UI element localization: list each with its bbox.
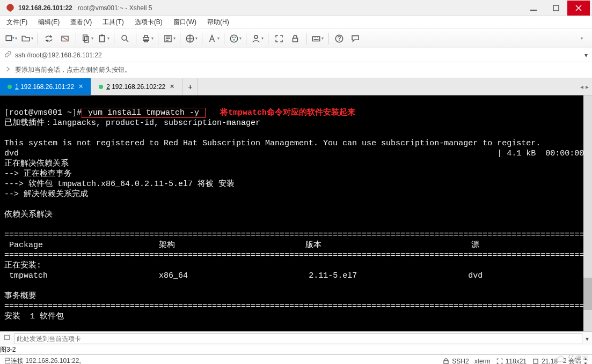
session-tab-2[interactable]: 2 192.168.26.102:22 ✕ (91, 78, 182, 95)
window-subtitle: root@vms001:~ - Xshell 5 (78, 4, 152, 12)
svg-rect-10 (144, 35, 148, 38)
menu-help[interactable]: 帮助(H) (205, 18, 231, 27)
maximize-button[interactable] (545, 1, 567, 16)
keyboard-button[interactable] (310, 31, 325, 46)
tab-index: 1 (15, 83, 19, 91)
col-src: 源 (471, 241, 479, 250)
send-icon[interactable] (3, 334, 11, 343)
paste-button[interactable] (96, 31, 111, 46)
tab-label: 192.168.26.102:22 (112, 83, 165, 91)
menu-tab[interactable]: 选项卡(B) (133, 18, 165, 27)
cell-src: dvd (468, 271, 483, 280)
address-bar: ssh://root@192.168.26.101:22 ▾ (0, 48, 592, 62)
disconnect-button[interactable] (57, 31, 72, 46)
annotation-text: 将tmpwatch命令对应的软件安装起来 (220, 108, 355, 117)
app-icon (5, 3, 15, 13)
tab-close-icon[interactable]: ✕ (170, 83, 174, 90)
toolbar (0, 29, 592, 48)
watermark: 亿速云 (553, 352, 589, 363)
tab-label: 192.168.26.101:22 (20, 83, 74, 91)
hint-text: 要添加当前会话，点击左侧的箭头按钮。 (15, 65, 131, 75)
menu-file[interactable]: 文件(F) (4, 18, 30, 27)
menu-bar: 文件(F) 编辑(E) 查看(V) 工具(T) 选项卡(B) 窗口(W) 帮助(… (0, 16, 592, 29)
properties-button[interactable] (162, 31, 177, 46)
term-rule: ========================================… (4, 231, 592, 240)
session-tabstrip: 1 192.168.26.101:22 ✕ 2 192.168.26.102:2… (0, 78, 592, 95)
col-ver: 版本 (305, 241, 321, 250)
menu-edit[interactable]: 编辑(E) (36, 18, 62, 27)
copy-button[interactable] (79, 31, 94, 46)
help-icon-button[interactable] (332, 31, 347, 46)
send-options-button[interactable]: ▾ (586, 335, 589, 343)
term-line: 事务概要 (4, 292, 36, 301)
cell-package: tmpwatch (4, 271, 48, 280)
svg-rect-24 (533, 359, 538, 363)
col-arch: 架构 (159, 241, 175, 250)
term-line: 正在安装: (4, 261, 41, 270)
menu-view[interactable]: 查看(V) (68, 18, 94, 27)
term-line: --> 正在检查事务 (4, 169, 72, 179)
session-tab-1[interactable]: 1 192.168.26.101:22 ✕ (0, 78, 91, 95)
svg-point-22 (339, 40, 340, 41)
title-bar: 192.168.26.101:22 root@vms001:~ - Xshell… (0, 0, 592, 16)
new-session-button[interactable] (3, 31, 18, 46)
address-dropdown[interactable]: ▾ (584, 51, 588, 59)
find-button[interactable] (118, 31, 133, 46)
globe-button[interactable] (184, 31, 199, 46)
tab-nav: ◂ ▸ (577, 78, 592, 95)
svg-rect-7 (100, 34, 103, 36)
term-line: 安装 1 软件包 (4, 312, 64, 321)
hint-bar: 要添加当前会话，点击左侧的箭头按钮。 (0, 62, 592, 78)
cell-ver: 2.11-5.el7 (309, 271, 357, 280)
status-bar: 已连接 192.168.26.101:22。 SSH2 xterm 118x21… (0, 354, 592, 364)
svg-rect-0 (530, 10, 537, 11)
user-button[interactable] (250, 31, 265, 46)
term-line: ---> 软件包 tmpwatch.x86_64.0.2.11-5.el7 将被… (4, 180, 235, 189)
reconnect-button[interactable] (41, 31, 56, 46)
new-tab-button[interactable]: + (182, 78, 198, 95)
terminal-output[interactable]: [root@vms001 ~]# yum install tmpwatch -y… (0, 95, 592, 331)
svg-point-8 (122, 35, 127, 40)
term-rule: ========================================… (4, 251, 592, 260)
add-session-arrow-icon[interactable] (4, 65, 12, 75)
minimize-button[interactable] (522, 1, 545, 16)
tab-close-icon[interactable]: ✕ (78, 83, 83, 90)
svg-rect-2 (6, 35, 12, 40)
open-button[interactable] (19, 31, 34, 46)
status-termtype: xterm (474, 358, 491, 365)
svg-point-14 (230, 35, 238, 42)
term-rule: ========================================… (4, 302, 592, 311)
svg-rect-19 (293, 38, 298, 42)
print-button[interactable] (140, 31, 155, 46)
tab-prev-icon[interactable]: ◂ (580, 83, 583, 91)
send-command-bar: ▾ (0, 331, 592, 345)
status-connection: 已连接 192.168.26.101:22。 (4, 356, 85, 364)
terminal-scrollbar[interactable] (583, 95, 592, 331)
menu-tools[interactable]: 工具(T) (100, 18, 126, 27)
svg-point-15 (232, 36, 233, 38)
status-protocol: SSH2 (442, 358, 469, 365)
comment-button[interactable] (348, 31, 363, 46)
figure-label-overlay: 图3-2 (0, 346, 16, 353)
svg-rect-1 (553, 5, 559, 11)
address-text[interactable]: ssh://root@192.168.26.101:22 (15, 51, 102, 59)
fullscreen-button[interactable] (272, 31, 287, 46)
status-dot-icon (99, 85, 103, 89)
close-button[interactable] (567, 1, 590, 16)
window-title: 192.168.26.101:22 (18, 4, 72, 12)
term-line: --> 解决依赖关系完成 (4, 190, 88, 199)
command-highlight: yum install tmpwatch -y (82, 108, 206, 118)
font-button[interactable] (206, 31, 221, 46)
toolbar-overflow[interactable] (574, 31, 589, 46)
send-command-input[interactable] (14, 333, 582, 344)
color-button[interactable] (228, 31, 243, 46)
lock-button[interactable] (288, 31, 303, 46)
prompt: [root@vms001 ~]# (4, 108, 82, 117)
status-dot-icon (8, 85, 12, 89)
link-icon (4, 50, 12, 60)
menu-window[interactable]: 窗口(W) (171, 18, 199, 27)
cell-arch: x86_64 (159, 271, 188, 280)
term-line: This system is not registered to Red Hat… (4, 139, 540, 148)
tab-next-icon[interactable]: ▸ (586, 83, 589, 91)
term-line: dvd (4, 149, 19, 158)
